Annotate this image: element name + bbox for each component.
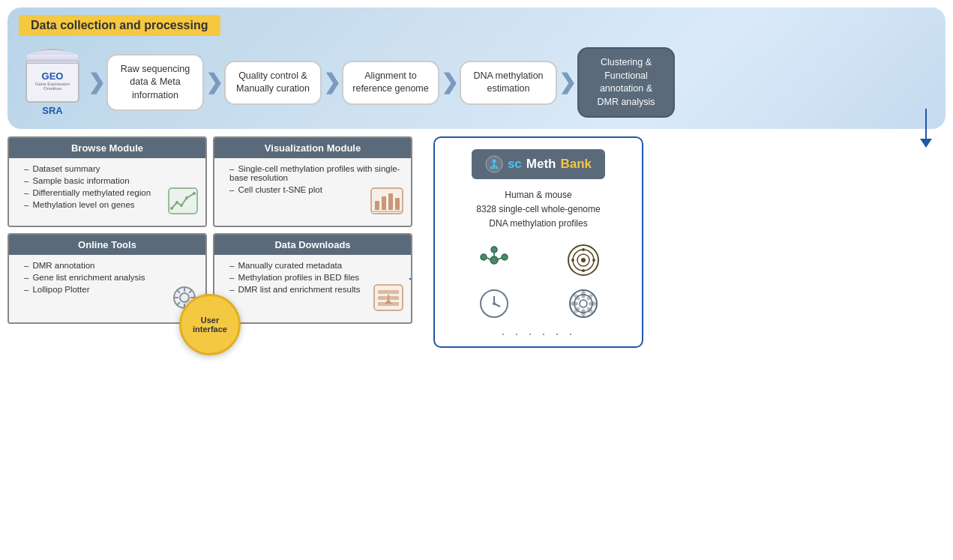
svg-point-37 bbox=[481, 254, 487, 260]
cell-cluster-icon bbox=[543, 242, 623, 278]
svg-rect-9 bbox=[388, 193, 393, 210]
svg-rect-10 bbox=[395, 198, 400, 210]
svg-point-61 bbox=[589, 301, 596, 306]
svg-point-2 bbox=[175, 201, 178, 204]
scmethbank-icons-grid bbox=[446, 242, 631, 320]
browse-item-1: Dataset summary bbox=[16, 164, 198, 173]
geo-label: GEO bbox=[42, 70, 64, 82]
top-section: Data collection and processing GEO Gene … bbox=[7, 7, 946, 129]
scmethbank-box: scMethBank Human & mouse 8328 single-cel… bbox=[433, 136, 643, 348]
user-interface-label: Userinterface bbox=[193, 316, 227, 334]
svg-point-50 bbox=[571, 259, 574, 262]
page-title: Data collection and processing bbox=[19, 15, 220, 36]
svg-point-60 bbox=[571, 301, 578, 306]
svg-point-4 bbox=[185, 196, 188, 199]
svg-point-35 bbox=[493, 167, 495, 169]
svg-point-49 bbox=[582, 269, 585, 272]
browse-module-card: Browse Module Dataset summary Sample bas… bbox=[7, 136, 207, 227]
pipe-qc: Quality control & Manually curation bbox=[224, 61, 322, 105]
downloads-module-icon bbox=[373, 284, 403, 316]
pipe-alignment: Alignment to reference genome bbox=[342, 61, 439, 105]
visualization-module-body: Single-cell methylation profiles with si… bbox=[214, 158, 411, 226]
bottom-section: Browse Module Dataset summary Sample bas… bbox=[7, 136, 946, 348]
left-arrow-indicator bbox=[409, 274, 412, 284]
svg-rect-8 bbox=[382, 196, 386, 210]
svg-rect-0 bbox=[169, 188, 197, 214]
meth-text: Meth bbox=[526, 157, 556, 172]
svg-point-58 bbox=[581, 291, 586, 298]
arrow-3: ❯ bbox=[323, 72, 340, 93]
tools-item-1: DMR annotation bbox=[16, 261, 198, 270]
browse-module-body: Dataset summary Sample basic information… bbox=[9, 158, 205, 226]
visualization-module-header: Visualization Module bbox=[214, 138, 411, 158]
down-arrow bbox=[920, 109, 932, 148]
geo-subtitle: Gene Expression Omnibus bbox=[27, 82, 78, 91]
svg-point-34 bbox=[496, 167, 498, 169]
visualization-module-card: Visualization Module Single-cell methyla… bbox=[213, 136, 412, 227]
ornament-icon bbox=[543, 287, 623, 320]
molecule-icon bbox=[454, 242, 534, 278]
pipe-clustering: Clustering & Functional annotation & DMR… bbox=[577, 47, 675, 118]
svg-point-5 bbox=[193, 192, 196, 195]
viz-module-icon bbox=[370, 187, 403, 220]
modules-wrapper: Browse Module Dataset summary Sample bas… bbox=[7, 136, 412, 324]
data-downloads-header: Data Downloads bbox=[214, 235, 411, 255]
svg-point-57 bbox=[580, 300, 587, 307]
geo-sra-node: GEO Gene Expression Omnibus SRA bbox=[19, 49, 86, 116]
svg-point-48 bbox=[592, 259, 595, 262]
downloads-item-1: Manually curated metadata bbox=[222, 261, 403, 270]
svg-point-39 bbox=[491, 247, 497, 253]
user-interface-circle[interactable]: Userinterface bbox=[179, 294, 241, 355]
scmethbank-tree-icon bbox=[485, 155, 503, 173]
browse-module-icon bbox=[168, 187, 198, 220]
svg-point-29 bbox=[492, 160, 496, 163]
svg-rect-23 bbox=[378, 290, 399, 294]
svg-point-46 bbox=[581, 258, 586, 262]
bank-text: Bank bbox=[561, 157, 592, 172]
pipe-raw-seq: Raw sequencing data & Meta information bbox=[106, 54, 204, 112]
svg-line-40 bbox=[487, 258, 490, 259]
ellipsis: . . . . . . bbox=[446, 323, 631, 339]
svg-point-3 bbox=[180, 204, 183, 207]
svg-point-54 bbox=[493, 302, 496, 305]
online-tools-body: DMR annotation Gene list enrichment anal… bbox=[9, 255, 205, 322]
arrow-4: ❯ bbox=[441, 72, 458, 93]
arrow-1: ❯ bbox=[88, 72, 105, 93]
arrow-2: ❯ bbox=[205, 72, 223, 93]
scmethbank-description: Human & mouse 8328 single-cell whole-gen… bbox=[476, 188, 600, 232]
data-downloads-body: Manually curated metadata Methylation pr… bbox=[214, 255, 411, 322]
sra-label: SRA bbox=[42, 105, 62, 116]
clock-icon bbox=[454, 287, 534, 320]
svg-point-47 bbox=[582, 248, 585, 251]
pipe-dna-meth: DNA methylation estimation bbox=[460, 61, 557, 105]
svg-rect-7 bbox=[375, 201, 379, 210]
scmethbank-logo: scMethBank bbox=[472, 149, 605, 179]
pipeline-row: GEO Gene Expression Omnibus SRA ❯ Raw se… bbox=[19, 47, 934, 118]
online-tools-card: Online Tools DMR annotation Gene list en… bbox=[7, 233, 207, 324]
svg-point-33 bbox=[490, 167, 492, 169]
arrow-5: ❯ bbox=[559, 72, 576, 93]
svg-point-36 bbox=[490, 256, 498, 264]
online-tools-header: Online Tools bbox=[9, 235, 205, 255]
browse-item-2: Sample basic information bbox=[16, 176, 198, 185]
downloads-item-2: Methylation profiles in BED files bbox=[222, 273, 403, 282]
data-downloads-card: Data Downloads Manually curated metadata… bbox=[213, 233, 412, 324]
svg-line-41 bbox=[498, 258, 502, 259]
browse-module-header: Browse Module bbox=[9, 138, 205, 158]
sc-text: sc bbox=[508, 157, 522, 172]
tools-item-2: Gene list enrichment analysis bbox=[16, 273, 198, 282]
svg-point-59 bbox=[581, 309, 586, 316]
svg-point-38 bbox=[502, 254, 508, 260]
svg-point-1 bbox=[170, 207, 173, 210]
viz-item-1: Single-cell methylation profiles with si… bbox=[222, 164, 403, 182]
